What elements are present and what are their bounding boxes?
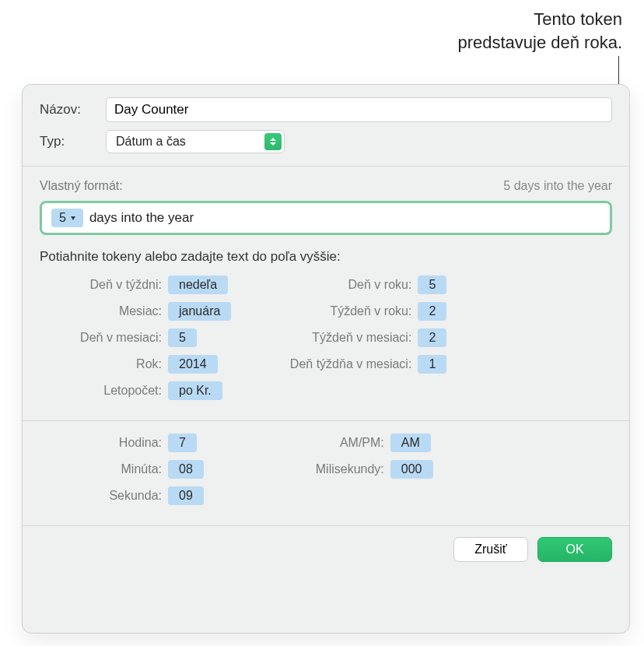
token-label: Sekunda: [40,489,168,503]
format-token-value: 5 [59,211,66,225]
token-ampm[interactable]: AM [390,434,431,452]
callout-line1: Tento token [457,8,622,31]
time-tokens-section: Hodina:7 Minúta:08 Sekunda:09 AM/PM:AM M… [23,420,629,525]
token-label: Deň týždňa v mesiaci: [262,357,418,371]
token-label: Letopočet: [40,384,168,398]
token-label: Minúta: [40,462,168,476]
type-label: Typ: [40,134,106,149]
token-ms[interactable]: 000 [390,460,433,479]
name-input[interactable] [106,97,612,122]
token-era[interactable]: po Kr. [168,381,222,400]
date-tokens-left: Deň v týždni:nedeľa Mesiac:januára Deň v… [40,276,231,408]
token-hour[interactable]: 7 [168,434,197,452]
token-minute[interactable]: 08 [168,460,204,479]
updown-icon [264,133,282,150]
ok-button[interactable]: OK [537,537,612,562]
token-week-of-year[interactable]: 2 [418,302,446,321]
token-label: Deň v roku: [262,278,418,292]
dialog-footer: Zrušiť OK [23,525,629,573]
token-weekday-of-month[interactable]: 1 [418,355,446,374]
date-tokens-grid: Deň v týždni:nedeľa Mesiac:januára Deň v… [40,276,612,408]
token-label: Milisekundy: [235,462,390,476]
callout-line2: predstavuje deň roka. [457,31,622,54]
callout-text: Tento token predstavuje deň roka. [457,8,622,54]
custom-format-dialog: Názov: Typ: Dátum a čas Vlastný formát: … [22,84,630,634]
format-editor[interactable]: 5 days into the year [40,201,612,235]
name-label: Názov: [40,102,106,118]
format-token-day-of-year[interactable]: 5 [51,209,83,227]
token-label: Deň v mesiaci: [40,331,168,345]
cancel-button[interactable]: Zrušiť [453,537,528,562]
time-tokens-left: Hodina:7 Minúta:08 Sekunda:09 [40,434,204,513]
token-label: AM/PM: [235,436,390,450]
token-label: Mesiac: [40,304,168,318]
date-tokens-right: Deň v roku:5 Týždeň v roku:2 Týždeň v me… [262,276,446,408]
format-preview: 5 days into the year [503,179,612,193]
header-section: Názov: Typ: Dátum a čas [23,85,629,166]
instruction-text: Potiahnite tokeny alebo zadajte text do … [40,249,612,265]
type-select-value: Dátum a čas [116,135,186,149]
type-select[interactable]: Dátum a čas [106,130,285,153]
time-tokens-grid: Hodina:7 Minúta:08 Sekunda:09 AM/PM:AM M… [40,434,612,513]
format-section: Vlastný formát: 5 days into the year 5 d… [23,166,629,420]
time-tokens-right: AM/PM:AM Milisekundy:000 [235,434,433,513]
token-label: Deň v týždni: [40,278,168,292]
token-week-of-month[interactable]: 2 [418,328,446,347]
token-day-of-month[interactable]: 5 [168,328,197,347]
token-label: Týždeň v roku: [262,304,418,318]
token-year[interactable]: 2014 [168,355,218,374]
format-text: days into the year [89,210,194,226]
token-label: Týždeň v mesiaci: [262,331,418,345]
token-second[interactable]: 09 [168,486,204,505]
token-label: Rok: [40,357,168,371]
token-month[interactable]: januára [168,302,231,321]
token-day-of-year[interactable]: 5 [418,276,446,294]
token-label: Hodina: [40,436,168,450]
token-day-of-week[interactable]: nedeľa [168,276,228,294]
custom-format-label: Vlastný formát: [40,179,123,193]
